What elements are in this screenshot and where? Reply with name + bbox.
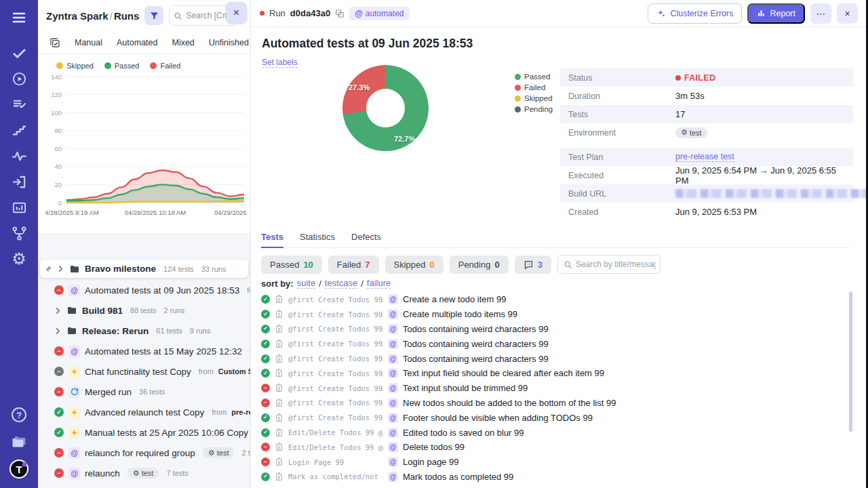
sign-in-icon[interactable]: [7, 169, 31, 194]
app-logo[interactable]: T: [7, 457, 31, 481]
help-icon[interactable]: ?: [7, 403, 31, 427]
pending-filter-chip[interactable]: Pending0: [450, 256, 509, 274]
tab-unfinished[interactable]: Unfinished: [209, 38, 249, 47]
passed-status-icon: ✓: [54, 407, 64, 417]
tests-search[interactable]: [557, 255, 660, 274]
test-row[interactable]: ✓@first Create Todos 99…@Text input fiel…: [261, 366, 846, 381]
filter-button[interactable]: [144, 6, 163, 25]
detail-label: Status: [568, 73, 675, 83]
clipboard-icon: [275, 325, 283, 333]
chevron-right-icon[interactable]: [54, 327, 62, 335]
report-button[interactable]: Report: [747, 3, 805, 24]
legend-dot: [515, 106, 521, 113]
legend-dot: [104, 62, 111, 69]
folder-row[interactable]: Build 98188 tests2 runs: [38, 300, 250, 321]
tab-defects[interactable]: Defects: [351, 232, 381, 242]
test-title: Text input should be trimmed 99: [403, 383, 528, 393]
search-icon: [174, 12, 182, 20]
legend-item-skipped[interactable]: Skipped: [515, 94, 553, 102]
run-row[interactable]: −@relaunch for required group⚙test2 test…: [38, 443, 250, 463]
scrollbar-thumb[interactable]: [849, 291, 852, 432]
test-row[interactable]: ✓Edit/Delete Todos 99 @…@Edited todo is …: [261, 425, 846, 440]
test-row[interactable]: −Edit/Delete Todos 99 @…@Delete todos 99: [261, 440, 846, 455]
sort-by-failure[interactable]: failure: [367, 278, 391, 289]
test-title: New todos should be added to the bottom …: [403, 398, 616, 408]
comments-filter-chip[interactable]: 3: [515, 256, 551, 274]
sort-by-testcase[interactable]: testcase: [325, 278, 357, 289]
failed-status-icon: −: [261, 443, 270, 451]
legend-item-pending[interactable]: Pending: [515, 105, 553, 113]
menu-icon[interactable]: [7, 5, 31, 30]
folder-row[interactable]: Bravo milestone124 tests33 runs: [40, 260, 248, 278]
run-row[interactable]: −Merged run36 tests: [38, 382, 250, 402]
run-row[interactable]: −@Automated tests at 15 May 2025 12:32fr…: [38, 341, 250, 361]
tab-mixed[interactable]: Mixed: [172, 38, 194, 47]
more-button[interactable]: ⋯: [810, 3, 831, 24]
set-labels-link[interactable]: Set labels: [262, 58, 298, 68]
test-plan-link[interactable]: pre-release test: [675, 152, 734, 162]
tab-tests[interactable]: Tests: [261, 232, 283, 242]
clusterize-errors-button[interactable]: Clusterize Errors: [648, 3, 742, 24]
automated-badge[interactable]: @automated: [349, 7, 409, 20]
sort-by-suite[interactable]: suite: [297, 278, 315, 289]
legend-item-failed[interactable]: Failed: [150, 62, 180, 70]
select-all-icon[interactable]: [50, 37, 60, 48]
sort-row: sort by: suite / testcase / failure: [261, 278, 391, 289]
folders-icon[interactable]: [7, 430, 31, 454]
test-row[interactable]: ✓@first Create Todos 99…@Todos containin…: [261, 322, 846, 337]
tab-automated[interactable]: Automated: [117, 38, 157, 47]
passed-filter-chip[interactable]: Passed10: [261, 256, 322, 274]
folder-name: Release: Rerun: [82, 326, 149, 336]
test-row[interactable]: −Login Page 99@Login page 99: [261, 455, 846, 470]
detail-row: StatusFAILED: [560, 68, 853, 87]
failed-filter-chip[interactable]: Failed7: [328, 256, 379, 274]
runs-list-icon[interactable]: [7, 92, 31, 117]
tab-manual[interactable]: Manual: [75, 38, 102, 47]
test-row[interactable]: ✓Mark as completed/not …@Mark todos as c…: [261, 470, 846, 485]
test-row[interactable]: −@first Create Todos 99…@New todos shoul…: [261, 396, 846, 411]
legend-item-passed[interactable]: Passed: [104, 62, 140, 70]
chip-count: 7: [365, 260, 370, 270]
legend-item-failed[interactable]: Failed: [515, 83, 553, 92]
legend-item-passed[interactable]: Passed: [515, 73, 553, 81]
panel-close-button[interactable]: ×: [226, 2, 247, 23]
gear-icon[interactable]: ⚙: [7, 247, 31, 271]
analytics-icon[interactable]: [7, 195, 31, 220]
test-row[interactable]: ✓@first Create Todos 99…@Footer should b…: [261, 410, 846, 425]
chevron-right-icon[interactable]: [54, 307, 62, 314]
legend-item-skipped[interactable]: Skipped: [56, 62, 94, 70]
legend-label: Skipped: [524, 94, 553, 102]
skipped-filter-chip[interactable]: Skipped0: [385, 256, 443, 274]
play-circle-icon[interactable]: [7, 66, 31, 91]
run-row[interactable]: −Chat functinality test CopyfromCustom S…: [38, 361, 250, 382]
branch-icon[interactable]: [7, 221, 31, 245]
pulse-icon[interactable]: [7, 144, 31, 168]
legend-label: Passed: [115, 62, 140, 70]
status-value: FAILED: [684, 73, 715, 83]
clipboard-icon: [275, 413, 283, 422]
tab-statistics[interactable]: Statistics: [300, 232, 335, 242]
test-row[interactable]: ✓@first Create Todos 99…@Todos containin…: [261, 336, 846, 351]
copy-icon[interactable]: [335, 9, 344, 18]
run-details-table: StatusFAILEDDuration3m 53sTests17Environ…: [560, 68, 853, 221]
test-row[interactable]: ✓@first Create Todos 99…@Todos containin…: [261, 351, 846, 366]
steps-icon[interactable]: [7, 118, 31, 142]
detail-label: Environment: [568, 128, 675, 138]
run-row[interactable]: −@Automated tests at 09 Jun 2025 18:53fr…: [38, 280, 250, 300]
test-row[interactable]: −@first Create Todos 99…@Text input shou…: [261, 381, 846, 396]
check-icon[interactable]: [7, 41, 31, 65]
run-row[interactable]: ✓Manual tests at 25 Apr 2025 10:06 Copyf…: [38, 422, 250, 443]
test-row[interactable]: ✓@first Create Todos 99…@Create multiple…: [261, 307, 846, 322]
detail-value: Jun 9, 2025 6:53 PM: [675, 207, 757, 217]
clipboard-icon: [275, 443, 283, 451]
test-row[interactable]: ✓@first Create Todos 99…@Create a new to…: [261, 292, 846, 307]
from-label: from: [247, 286, 250, 294]
run-row[interactable]: ✓Advanced relaunch test Copyfrompre-rele…: [38, 402, 250, 422]
chevron-right-icon[interactable]: [57, 265, 64, 272]
run-row[interactable]: −@relaunch⚙test7 tests: [38, 463, 250, 483]
svg-text:60: 60: [54, 145, 62, 152]
folder-icon: [69, 264, 80, 274]
close-run-button[interactable]: ×: [837, 3, 858, 24]
folder-row[interactable]: Release: Rerun61 tests9 runs: [38, 321, 250, 341]
tests-search-input[interactable]: [576, 260, 656, 269]
